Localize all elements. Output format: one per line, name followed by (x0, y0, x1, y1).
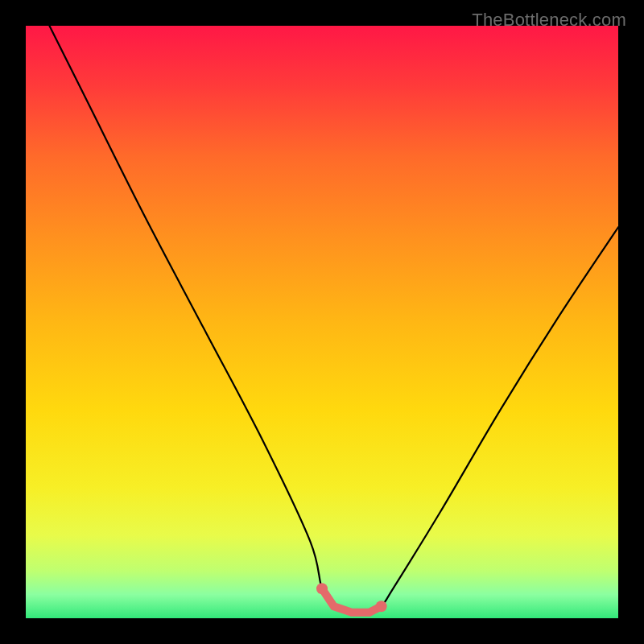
highlight-dot (376, 601, 387, 612)
highlight-dot (316, 583, 328, 594)
plot-svg (26, 26, 618, 618)
plot-area (26, 26, 618, 618)
chart-frame: TheBottleneck.com (0, 0, 644, 644)
gradient-rect (26, 26, 618, 618)
